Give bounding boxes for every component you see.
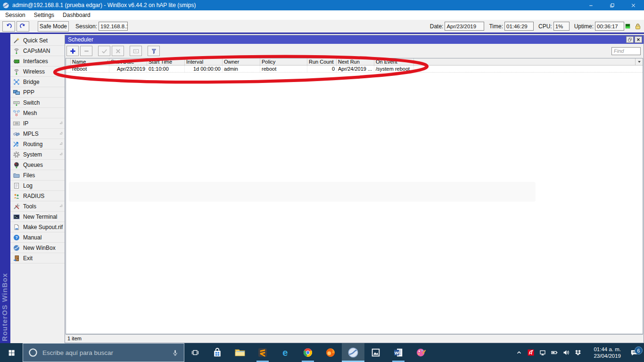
sidebar-item-bridge[interactable]: Bridge — [10, 77, 65, 87]
queues-icon — [13, 161, 20, 169]
table-body: rebootApr/23/201901:10:001d 00:00:00admi… — [66, 66, 643, 334]
sidebar-item-wireless[interactable]: Wireless — [10, 66, 65, 77]
system-tray: 01:44 a. m. 23/04/2019 6 — [513, 343, 644, 362]
sidebar-item-quick-set[interactable]: Quick Set — [10, 35, 65, 46]
taskbar-app-paint-3d[interactable] — [410, 343, 432, 362]
sidebar-item-system[interactable]: System — [10, 149, 65, 160]
scheduler-restore-button[interactable] — [626, 36, 634, 43]
sidebar-item-new-winbox[interactable]: New WinBox — [10, 243, 65, 253]
taskbar-app-edge[interactable]: e — [274, 343, 297, 362]
faded-watermark — [69, 182, 536, 202]
column-select-button[interactable] — [635, 58, 643, 65]
sidebar-item-tools[interactable]: Tools — [10, 201, 65, 212]
table-row[interactable]: rebootApr/23/201901:10:001d 00:00:00admi… — [66, 66, 643, 73]
scheduler-titlebar[interactable]: Scheduler — [65, 35, 644, 44]
sidebar-item-new-terminal[interactable]: New Terminal — [10, 212, 65, 222]
store-icon — [212, 347, 223, 358]
filter-button[interactable] — [148, 46, 160, 56]
taskbar-search[interactable]: Escribe aquí para buscar — [23, 343, 184, 362]
column-label: Start Time — [149, 59, 172, 65]
sidebar-item-queues[interactable]: Queues — [10, 160, 65, 170]
taskbar-app-chrome[interactable] — [297, 343, 319, 362]
taskbar-app-photos[interactable] — [364, 343, 387, 362]
sidebar-item-label: New WinBox — [23, 245, 56, 251]
column-header-marker[interactable] — [66, 58, 71, 65]
volume-icon — [562, 349, 570, 356]
column-header-interval[interactable]: Interval — [185, 58, 223, 65]
find-input[interactable] — [611, 47, 641, 55]
sidebar-item-exit[interactable]: Exit — [10, 253, 65, 263]
tray-network-button[interactable] — [537, 343, 548, 362]
start-button[interactable] — [0, 343, 23, 362]
sidebar-item-log[interactable]: Log — [10, 181, 65, 191]
tray-dropbox-button[interactable] — [572, 343, 584, 362]
restore-button[interactable] — [602, 0, 623, 10]
disable-button[interactable] — [112, 46, 124, 56]
safe-mode-button[interactable]: Safe Mode — [38, 21, 69, 32]
sidebar-item-make-supout-rif[interactable]: Make Supout.rif — [10, 222, 65, 232]
cell-owner: admin — [223, 66, 260, 72]
column-label: Owner — [224, 59, 239, 65]
main-area: RouterOS WinBox Quick SetCAPsMANInterfac… — [0, 34, 644, 343]
comment-button[interactable] — [130, 46, 142, 56]
clock-date: 23/04/2019 — [586, 353, 621, 359]
menu-session[interactable]: Session — [1, 10, 30, 20]
column-header-start-time[interactable]: Start Time — [147, 58, 185, 65]
tray-volume-button[interactable] — [560, 343, 572, 362]
taskbar-app-file-explorer[interactable] — [229, 343, 251, 362]
sidebar-item-label: MPLS — [23, 131, 39, 137]
column-label: On Event — [376, 59, 397, 65]
tray-avira-button[interactable] — [525, 343, 537, 362]
antenna-icon — [13, 47, 20, 55]
sidebar-item-mpls[interactable]: MPLS — [10, 129, 65, 139]
sidebar-item-routing[interactable]: Routing — [10, 139, 65, 149]
supout-icon — [13, 223, 20, 231]
column-header-on-event[interactable]: On Event — [374, 58, 414, 65]
sidebar-item-interfaces[interactable]: Interfaces — [10, 56, 65, 66]
sidebar-item-label: Quick Set — [23, 37, 48, 44]
column-header-start-date[interactable]: Start Date — [109, 58, 147, 65]
column-header-name[interactable]: Name∕ — [71, 58, 109, 65]
sidebar-item-switch[interactable]: Switch — [10, 98, 65, 108]
close-button[interactable] — [623, 0, 644, 10]
sidebar-item-label: Make Supout.rif — [23, 224, 63, 230]
sidebar-item-files[interactable]: Files — [10, 170, 65, 181]
taskbar-app-sublime-text[interactable] — [251, 343, 274, 362]
column-header-owner[interactable]: Owner — [223, 58, 260, 65]
sidebar-item-mesh[interactable]: Mesh — [10, 108, 65, 118]
taskbar-app-winbox[interactable] — [342, 343, 364, 362]
taskbar-app-firefox[interactable] — [319, 343, 342, 362]
tray-battery-button[interactable] — [548, 343, 560, 362]
sidebar-item-radius[interactable]: RADIUS — [10, 191, 65, 201]
scheduler-close-button[interactable] — [635, 36, 642, 43]
menu-settings[interactable]: Settings — [30, 10, 58, 20]
sidebar-item-capsman[interactable]: CAPsMAN — [10, 46, 65, 56]
session-value[interactable]: 192.168.8.1 — [99, 22, 128, 31]
menu-dashboard[interactable]: Dashboard — [58, 10, 95, 20]
photos-icon — [370, 347, 381, 358]
tray-chevron-button[interactable] — [513, 343, 525, 362]
redo-button[interactable] — [17, 21, 29, 32]
taskbar-clock[interactable]: 01:44 a. m. 23/04/2019 — [586, 346, 621, 359]
task-view-button[interactable] — [184, 343, 206, 362]
sidebar-item-ppp[interactable]: PPP — [10, 87, 65, 98]
microphone-icon[interactable] — [171, 349, 179, 357]
secure-lock-icon[interactable] — [634, 23, 642, 30]
windows-logo-icon — [8, 349, 16, 357]
sidebar-item-ip[interactable]: 255IP — [10, 118, 65, 129]
column-header-next-run[interactable]: Next Run — [337, 58, 374, 65]
cortana-icon — [28, 347, 38, 358]
column-header-policy[interactable]: Policy — [260, 58, 307, 65]
taskbar-app-word[interactable]: W — [387, 343, 410, 362]
column-header-run-count[interactable]: Run Count — [307, 58, 337, 65]
action-center-button[interactable]: 6 — [624, 348, 644, 357]
tools-icon — [13, 203, 20, 210]
minimize-button[interactable] — [580, 0, 602, 10]
sidebar-item-manual[interactable]: ?Manual — [10, 232, 65, 243]
remove-button[interactable] — [80, 46, 92, 56]
enable-button[interactable] — [98, 46, 110, 56]
word-icon: W — [393, 347, 404, 358]
add-button[interactable] — [66, 46, 79, 56]
taskbar-app-microsoft-store[interactable] — [206, 343, 229, 362]
undo-button[interactable] — [2, 21, 15, 32]
